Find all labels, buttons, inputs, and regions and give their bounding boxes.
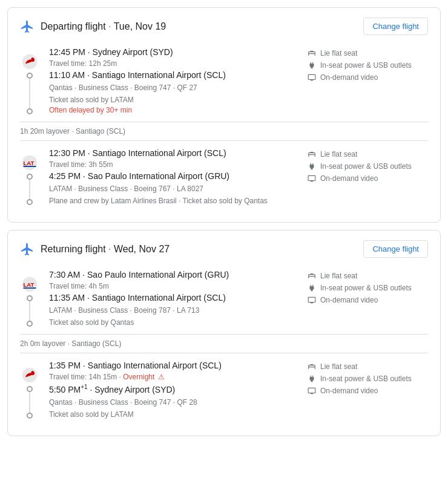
returning-header: Returning flight · Wed, Nov 27 Change fl… (20, 240, 428, 258)
ret-seg2-amenities: Lie flat seat In-seat power & USB outlet… (307, 361, 428, 419)
power-icon-3 (307, 283, 317, 293)
amenity-video-2: On-demand video (307, 174, 428, 183)
amenity-video-4: On-demand video (307, 386, 428, 396)
qantas-airline-logo (21, 53, 38, 70)
amenity-power-3: In-seat power & USB outlets (307, 283, 428, 293)
qantas-logo-col-ret (20, 361, 39, 419)
video-icon-3 (307, 295, 317, 305)
amenity-lie-flat-text: Lie flat seat (320, 49, 357, 57)
ret-seg2-flightinfo1: Qantas · Business Class · Boeing 747 · Q… (49, 398, 297, 407)
ret-seg1-amenities: Lie flat seat In-seat power & USB outlet… (307, 270, 428, 327)
departing-segment-2-details: 12:30 PM · Santiago International Airpor… (49, 148, 297, 205)
dep-seg1-flightinfo2: Ticket also sold by LATAM (49, 96, 297, 104)
ret-seg2-traveltime: Travel time: 14h 15m · Overnight ⚠ (49, 373, 297, 381)
amenity-power-2: In-seat power & USB outlets (307, 162, 428, 171)
arrival-superscript: +1 (81, 384, 87, 390)
overnight-badge: Overnight (123, 373, 154, 381)
power-icon-2 (307, 162, 317, 171)
amenity-power-1: In-seat power & USB outlets (307, 60, 428, 70)
amenity-video-text: On-demand video (320, 73, 378, 82)
dep-seg2-departure: 12:30 PM · Santiago International Airpor… (49, 148, 297, 158)
dep-seg1-amenities: Lie flat seat In-seat power & USB outlet… (307, 47, 428, 114)
dep-seg2-traveltime: Travel time: 3h 55m (49, 160, 297, 169)
latam-logo-col-ret: LAT (20, 270, 39, 327)
amenity-video-text-2: On-demand video (320, 174, 378, 183)
power-icon-4 (307, 374, 317, 384)
amenity-power-text-2: In-seat power & USB outlets (320, 162, 412, 171)
amenity-lie-flat-2: Lie flat seat (307, 149, 428, 159)
amenity-video-text-3: On-demand video (320, 296, 378, 304)
latam-airline-logo-ret: LAT (21, 276, 38, 293)
departing-header-left: Departing flight · Tue, Nov 19 (20, 19, 166, 34)
amenity-lie-flat-3: Lie flat seat (307, 271, 428, 281)
departing-segment-1: 12:45 PM · Sydney Airport (SYD) Travel t… (20, 47, 428, 114)
dep-seg1-departure: 12:45 PM · Sydney Airport (SYD) (49, 47, 297, 57)
departing-flight-section: Departing flight · Tue, Nov 19 Change fl… (7, 7, 441, 223)
dep-seg1-traveltime: Travel time: 12h 25m (49, 59, 297, 68)
qantas-logo-col (20, 47, 39, 114)
video-icon-4 (307, 386, 317, 396)
amenity-power-text-3: In-seat power & USB outlets (320, 284, 412, 292)
amenity-video-1: On-demand video (307, 73, 428, 82)
ret-seg2-arrival: 5:50 PM+1 · Sydney Airport (SYD) (49, 384, 297, 394)
amenity-lie-flat-1: Lie flat seat (307, 48, 428, 58)
svg-text:LAT: LAT (24, 160, 35, 166)
returning-flight-section: Returning flight · Wed, Nov 27 Change fl… (7, 230, 441, 436)
lie-flat-icon-2 (307, 149, 317, 159)
ret-seg1-arrival: 11:35 AM · Santiago International Airpor… (49, 293, 297, 302)
qantas-airline-logo-ret (21, 367, 38, 384)
returning-segment-2-details: 1:35 PM · Santiago International Airport… (49, 361, 297, 419)
amenity-lie-flat-text-3: Lie flat seat (320, 272, 357, 280)
latam-logo-col-dep: LAT (20, 148, 39, 205)
dep-seg2-arrival: 4:25 PM · Sao Paulo International Airpor… (49, 171, 297, 181)
returning-segment-2: 1:35 PM · Santiago International Airport… (20, 361, 428, 419)
dep-seg1-arrival: 11:10 AM · Santiago International Airpor… (49, 70, 297, 80)
returning-plane-icon (20, 242, 35, 257)
amenity-video-3: On-demand video (307, 295, 428, 305)
returning-segment-1: LAT 7:30 AM · Sao Paulo International Ai… (20, 270, 428, 327)
lie-flat-icon-4 (307, 362, 317, 371)
ret-seg1-traveltime: Travel time: 4h 5m (49, 282, 297, 290)
departing-segment-2: LAT 12:30 PM · Santiago International Ai… (20, 148, 428, 205)
video-icon (307, 73, 317, 82)
amenity-power-text-4: In-seat power & USB outlets (320, 374, 412, 383)
overnight-warning-icon: ⚠ (158, 373, 165, 381)
returning-change-flight-button[interactable]: Change flight (363, 240, 428, 258)
returning-title: Returning flight · Wed, Nov 27 (41, 244, 170, 255)
departing-title: Departing flight · Tue, Nov 19 (41, 21, 166, 32)
departing-change-flight-button[interactable]: Change flight (363, 18, 428, 35)
amenity-power-text: In-seat power & USB outlets (320, 61, 412, 70)
returning-segment-1-details: 7:30 AM · Sao Paulo International Airpor… (49, 270, 297, 327)
amenity-lie-flat-4: Lie flat seat (307, 362, 428, 371)
amenity-video-text-4: On-demand video (320, 387, 378, 395)
svg-text:LAT: LAT (24, 281, 35, 288)
dep-seg1-flightinfo1: Qantas · Business Class · Boeing 747 · Q… (49, 83, 297, 92)
video-icon-2 (307, 174, 317, 183)
returning-layover: 2h 0m layover · Santiago (SCL) (20, 334, 428, 353)
amenity-lie-flat-text-2: Lie flat seat (320, 150, 357, 159)
dep-seg1-delayed: Often delayed by 30+ min (49, 106, 297, 114)
departing-header: Departing flight · Tue, Nov 19 Change fl… (20, 18, 428, 35)
ret-seg2-departure: 1:35 PM · Santiago International Airport… (49, 361, 297, 370)
departing-plane-icon (20, 19, 35, 34)
amenity-lie-flat-text-4: Lie flat seat (320, 362, 357, 371)
power-icon (307, 60, 317, 70)
ret-seg1-departure: 7:30 AM · Sao Paulo International Airpor… (49, 270, 297, 280)
departing-layover: 1h 20m layover · Santiago (SCL) (20, 122, 428, 141)
lie-flat-icon-3 (307, 271, 317, 281)
returning-header-left: Returning flight · Wed, Nov 27 (20, 242, 170, 257)
lie-flat-icon (307, 48, 317, 58)
ret-seg1-flightinfo1: LATAM · Business Class · Boeing 787 · LA… (49, 306, 297, 315)
dep-seg2-flightinfo1: LATAM · Business Class · Boeing 767 · LA… (49, 185, 297, 193)
ret-seg1-flightinfo2: Ticket also sold by Qantas (49, 318, 297, 327)
latam-airline-logo: LAT (21, 154, 38, 171)
dep-seg2-flightinfo2: Plane and crew by Latam Airlines Brasil … (49, 197, 297, 205)
dep-seg2-amenities: Lie flat seat In-seat power & USB outlet… (307, 148, 428, 205)
amenity-power-4: In-seat power & USB outlets (307, 374, 428, 384)
departing-segment-1-details: 12:45 PM · Sydney Airport (SYD) Travel t… (49, 47, 297, 114)
ret-seg2-flightinfo2: Ticket also sold by LATAM (49, 410, 297, 419)
